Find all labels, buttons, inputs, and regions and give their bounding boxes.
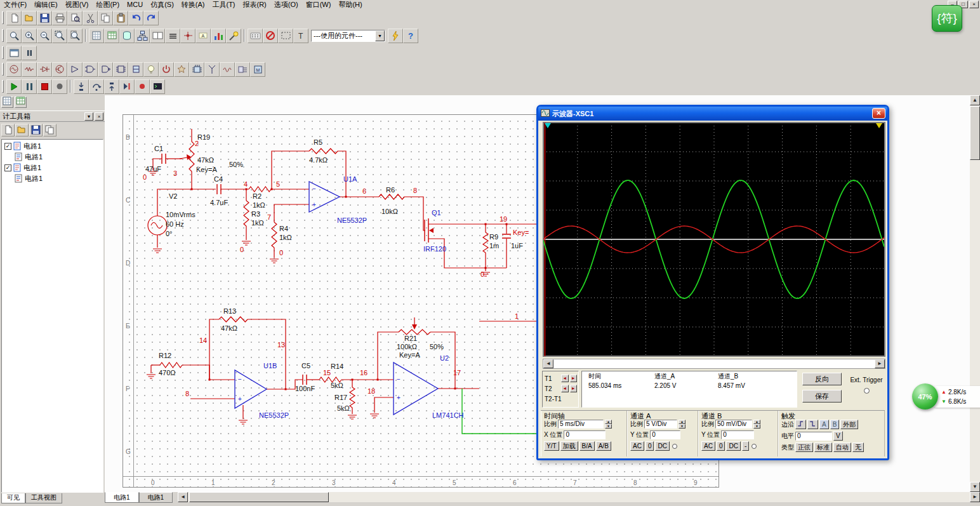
toolbox-tab-1[interactable]: 工具视图: [25, 493, 62, 503]
channel-b-position-field[interactable]: 0: [721, 430, 754, 439]
cursor-right-icon[interactable]: ►: [570, 375, 577, 382]
ext-trigger-connector[interactable]: [864, 388, 870, 394]
source-button[interactable]: [6, 62, 22, 77]
database-button[interactable]: [119, 29, 135, 43]
trigger-source-2-button[interactable]: 外部: [840, 420, 858, 429]
menu-simulate[interactable]: 仿真(S): [147, 0, 178, 9]
misc-button[interactable]: [174, 62, 189, 77]
trigger-source-1-button[interactable]: B: [830, 420, 840, 429]
horizontal-scrollbar[interactable]: ◄ ►: [178, 492, 980, 502]
spinner[interactable]: ▲▼: [753, 420, 760, 429]
chart-button[interactable]: [211, 29, 226, 43]
open-folder-button[interactable]: [22, 11, 37, 25]
toolbar-grip[interactable]: [2, 63, 4, 76]
run-button[interactable]: [6, 79, 22, 94]
splitter-button[interactable]: [150, 29, 165, 43]
copy-button[interactable]: [98, 11, 113, 25]
spreadsheet-button[interactable]: [104, 29, 119, 43]
menu-file[interactable]: 文件(F): [0, 0, 30, 9]
scroll-left-icon[interactable]: ◄: [178, 492, 188, 502]
redo-button[interactable]: [143, 11, 159, 25]
pause-button[interactable]: [22, 79, 37, 94]
channel-b-coupling-0[interactable]: 0: [717, 441, 725, 451]
indicator-button[interactable]: [143, 62, 159, 77]
hierarchy-button[interactable]: [135, 29, 150, 43]
resistor-button[interactable]: [22, 62, 37, 77]
reverse-button[interactable]: 反向: [802, 373, 842, 385]
menu-reports[interactable]: 报表(R): [239, 0, 270, 9]
scope-scrollbar[interactable]: ◄ ►: [543, 359, 885, 369]
network-speed-widget[interactable]: ▲2.8K/s ▼6.8K/s 47%: [912, 382, 980, 411]
dock-list-button[interactable]: [15, 97, 27, 108]
breadboard-button[interactable]: [248, 29, 263, 43]
record-button[interactable]: [52, 79, 67, 94]
falling-edge-button[interactable]: [807, 420, 818, 429]
zoom-page-button[interactable]: [67, 29, 83, 43]
ba-mode-button[interactable]: B/A: [579, 441, 595, 451]
scroll-down-icon[interactable]: ▼: [970, 482, 980, 492]
step-out-button[interactable]: [104, 79, 119, 94]
cut-button[interactable]: [83, 11, 98, 25]
dock-grid-button[interactable]: [1, 97, 13, 108]
menu-help[interactable]: 帮助(H): [334, 0, 366, 9]
tree-item-电路1-1[interactable]: 电路1: [2, 152, 103, 163]
lightning-button[interactable]: [388, 29, 403, 43]
save-button[interactable]: [29, 124, 43, 136]
mixed-button[interactable]: [128, 62, 143, 77]
menu-tools[interactable]: 工具(T): [208, 0, 239, 9]
stop-button[interactable]: [37, 79, 52, 94]
toolbar-grip[interactable]: [2, 80, 4, 93]
timebase-scale-field[interactable]: 5 ms/Div: [558, 420, 604, 429]
advanced-button[interactable]: [189, 62, 204, 77]
design-toolbox-titlebar[interactable]: 计工具箱 ▾ ×: [0, 111, 105, 122]
channel-a-position-field[interactable]: 0: [650, 430, 680, 439]
rising-edge-button[interactable]: [795, 420, 806, 429]
zoom-in-button[interactable]: [22, 29, 37, 43]
zoom-area-button[interactable]: [52, 29, 67, 43]
probe-button[interactable]: [226, 29, 241, 43]
menu-mcu[interactable]: MCU: [123, 0, 147, 9]
vertical-scroll-thumb[interactable]: [970, 106, 980, 160]
trigger-level-unit-button[interactable]: V: [833, 431, 843, 441]
trigger-level-field[interactable]: 0: [795, 432, 832, 441]
junction-button[interactable]: [180, 29, 195, 43]
tree-item-电路1-2[interactable]: ✓电路1: [2, 163, 103, 173]
breakpoint-button[interactable]: [135, 79, 150, 94]
save-button[interactable]: 保存: [802, 390, 842, 403]
timebase-position-field[interactable]: 0: [564, 430, 606, 439]
scroll-up-icon[interactable]: ▲: [970, 95, 980, 105]
new-file-button[interactable]: [6, 11, 22, 25]
yt-mode-button[interactable]: Y/T: [544, 441, 559, 451]
spinner[interactable]: ▲▼: [679, 420, 685, 429]
print-preview-button[interactable]: [67, 11, 83, 25]
zoom-out-button[interactable]: [37, 29, 52, 43]
help-button[interactable]: ?: [403, 29, 418, 43]
close-icon[interactable]: ×: [969, 1, 979, 8]
digital-button[interactable]: [113, 62, 128, 77]
cursor-left-icon[interactable]: ◄: [561, 375, 568, 382]
bus-button[interactable]: [165, 29, 180, 43]
channel-b-coupling-AC[interactable]: AC: [701, 441, 715, 451]
trigger-type-1-button[interactable]: 标准: [814, 443, 832, 452]
channel-b-scale-field[interactable]: 50 mV/Div: [715, 420, 752, 429]
sheet-tab-1[interactable]: 电路1: [139, 492, 173, 503]
power-button[interactable]: [159, 62, 174, 77]
toolbox-tab-0[interactable]: 可见: [1, 493, 25, 503]
connector-button[interactable]: [235, 62, 250, 77]
vertical-scrollbar[interactable]: ▲ ▼: [970, 95, 980, 492]
save-button[interactable]: [37, 11, 52, 25]
spinner[interactable]: ▲▼: [605, 420, 612, 429]
channel-a-scale-field[interactable]: 5 V/Div: [644, 420, 677, 429]
undo-button[interactable]: [128, 11, 143, 25]
erc-button[interactable]: [263, 29, 278, 43]
opamp-button[interactable]: [67, 62, 83, 77]
checkbox-checked-icon[interactable]: ✓: [4, 164, 11, 171]
ttl-button[interactable]: [83, 62, 98, 77]
close-icon[interactable]: ×: [95, 112, 103, 121]
oscilloscope-window[interactable]: 示波器-XSC1 × ◄ ► T1◄►T2◄►T2-T1 时间通道_A通道_B …: [536, 105, 889, 460]
channel-a-coupling-0[interactable]: 0: [646, 441, 654, 451]
menu-edit[interactable]: 编辑(E): [30, 0, 62, 9]
transistor-button[interactable]: [52, 62, 67, 77]
cmos-button[interactable]: [98, 62, 113, 77]
copy-button[interactable]: [43, 124, 56, 136]
